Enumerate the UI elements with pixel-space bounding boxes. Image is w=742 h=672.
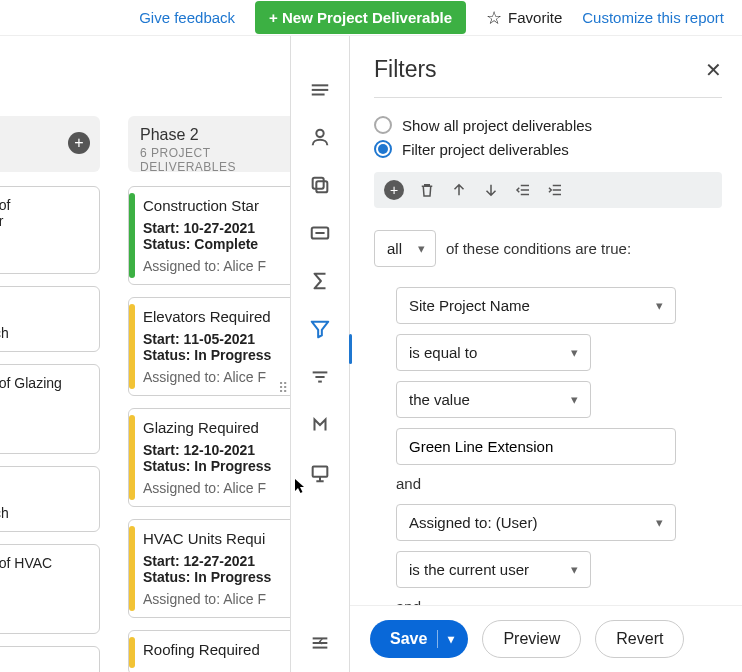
svg-point-3 [316,130,323,137]
operator-selector[interactable]: is equal to▾ [396,334,591,371]
svg-rect-4 [316,181,327,192]
star-icon: ☆ [486,7,502,29]
revert-button[interactable]: Revert [595,620,684,658]
status-bar [129,526,135,611]
column-title: Phase 2 [140,126,296,144]
topbar: Give feedback + New Project Deliverable … [0,0,742,36]
column-subtitle: 6 PROJECT DELIVERABLES [140,146,296,174]
value-type-selector[interactable]: the value▾ [396,381,591,418]
status-bar [129,193,135,278]
settings-rail [290,36,350,672]
card[interactable]: Glazing Required Start: 12-10-2021 Statu… [128,408,308,507]
radio-label: Show all project deliverables [402,117,592,134]
column-header: + [0,116,100,172]
value-input[interactable]: Green Line Extension [396,428,676,465]
chevron-down-icon: ▾ [418,241,425,256]
active-indicator [349,334,352,364]
favorite-label: Favorite [508,9,562,26]
column-partial: + t ofar ich t of Glazing ich t of HVAC … [0,116,100,672]
card-fragment[interactable]: t of Glazing [0,364,100,454]
card[interactable]: Roofing Required [128,630,308,672]
field-selector[interactable]: Site Project Name▾ [396,287,676,324]
card-fragment[interactable]: t of HVAC [0,544,100,634]
close-icon[interactable]: ✕ [705,58,722,82]
add-condition-button[interactable]: + [384,180,404,200]
filter-toolbar: + [374,172,722,208]
preview-button[interactable]: Preview [482,620,581,658]
filters-panel: Filters ✕ Show all project deliverables … [350,36,742,672]
outdent-icon[interactable] [514,181,532,199]
radio-icon [374,116,392,134]
card-icon[interactable] [309,222,331,244]
card[interactable]: Construction Star Start: 10-27-2021 Stat… [128,186,308,285]
radio-filter[interactable]: Filter project deliverables [374,140,722,158]
funnel-icon[interactable] [309,318,331,340]
copy-icon[interactable] [309,174,331,196]
new-deliverable-button[interactable]: + New Project Deliverable [255,1,466,34]
chevron-down-icon: ▾ [571,562,578,577]
radio-icon [374,140,392,158]
match-selector[interactable]: all▾ [374,230,436,267]
drag-handle-icon[interactable]: ⠿ [278,380,288,396]
panel-footer: Save ▾ Preview Revert [350,605,742,672]
field-selector[interactable]: Assigned to: (User)▾ [396,504,676,541]
status-bar [129,637,135,668]
chevron-down-icon: ▾ [656,515,663,530]
chevron-down-icon: ▾ [571,345,578,360]
status-bar [129,415,135,500]
and-label: and [396,475,722,492]
card[interactable]: HVAC Units Requi Start: 12-27-2021 Statu… [128,519,308,618]
operator-selector[interactable]: is the current user▾ [396,551,591,588]
condition-group: Site Project Name▾ is equal to▾ the valu… [374,287,722,615]
svg-rect-5 [313,178,324,189]
customize-report-link[interactable]: Customize this report [582,9,724,26]
give-feedback-link[interactable]: Give feedback [139,9,235,26]
pivot-icon[interactable] [309,414,331,436]
arrow-up-icon[interactable] [450,181,468,199]
trash-icon[interactable] [418,181,436,199]
user-icon[interactable] [309,126,331,148]
chevron-down-icon: ▾ [571,392,578,407]
panel-header: Filters ✕ [374,56,722,98]
card-fragment[interactable]: t ofar [0,186,100,274]
favorite-button[interactable]: ☆ Favorite [486,7,562,29]
chevron-down-icon: ▾ [448,632,454,646]
status-bar [129,304,135,389]
collapse-icon[interactable] [309,632,331,654]
match-row: all▾ of these conditions are true: [374,230,722,267]
arrow-down-icon[interactable] [482,181,500,199]
indent-icon[interactable] [546,181,564,199]
column-header: Phase 2 6 PROJECT DELIVERABLES [128,116,308,172]
radio-label: Filter project deliverables [402,141,569,158]
radio-show-all[interactable]: Show all project deliverables [374,116,722,134]
add-card-button[interactable]: + [68,132,90,154]
card-fragment[interactable]: ich [0,646,100,672]
kanban-board: + t ofar ich t of Glazing ich t of HVAC … [0,36,290,672]
list-icon[interactable] [309,78,331,100]
display-icon[interactable] [309,462,331,484]
match-text: of these conditions are true: [446,240,631,257]
panel-title: Filters [374,56,437,83]
svg-rect-11 [313,467,328,477]
lines-icon[interactable] [309,366,331,388]
sigma-icon[interactable] [309,270,331,292]
card-fragment[interactable]: ich [0,466,100,532]
save-button[interactable]: Save ▾ [370,620,468,658]
card-fragment[interactable]: ich [0,286,100,352]
chevron-down-icon: ▾ [656,298,663,313]
